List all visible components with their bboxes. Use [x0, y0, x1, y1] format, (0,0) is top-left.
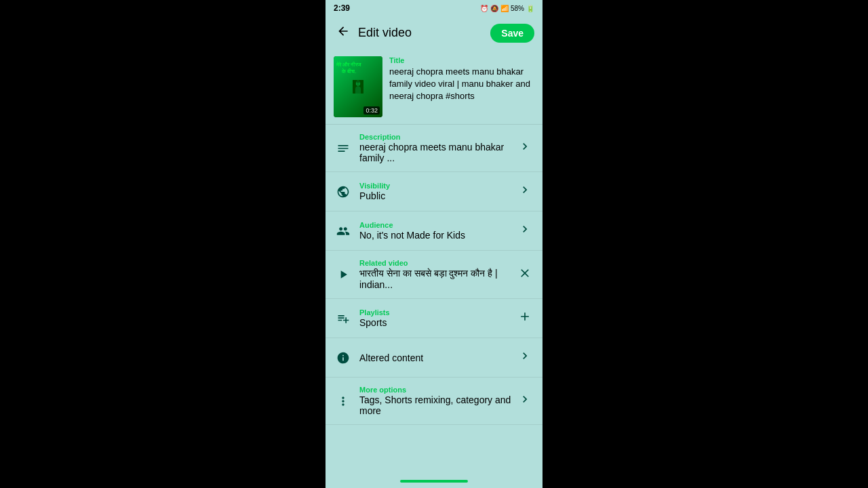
settings-list: Description neeraj chopra meets manu bha…: [326, 125, 542, 474]
info-icon: [334, 348, 353, 367]
battery-icon: 🔋: [526, 5, 534, 12]
back-icon: [336, 24, 350, 38]
audience-item[interactable]: Audience No, it's not Made for Kids: [326, 211, 542, 251]
playlists-value: Sports: [359, 317, 515, 328]
visibility-icon: [334, 182, 353, 201]
thumbnail-text: मेरे और नीरजके बीच.: [336, 62, 361, 75]
status-time: 2:39: [334, 3, 350, 13]
phone-container: 2:39 ⏰ 🔕 📶 58% 🔋 Edit video Save: [326, 0, 542, 488]
related-video-content: Related video भारतीय सेना का सबसे बड़ा द…: [359, 259, 515, 290]
description-icon: [334, 139, 353, 158]
video-info: Title neeraj chopra meets manu bhakar fa…: [389, 56, 534, 103]
video-title-label: Title: [389, 56, 534, 64]
related-video-item[interactable]: Related video भारतीय सेना का सबसे बड़ा द…: [326, 251, 542, 299]
audience-chevron: [515, 220, 534, 242]
audience-icon: [334, 222, 353, 241]
visibility-value: Public: [359, 190, 515, 201]
playlists-content: Playlists Sports: [359, 308, 515, 328]
altered-content-chevron: [515, 346, 534, 369]
playlists-item[interactable]: Playlists Sports: [326, 299, 542, 338]
related-video-label: Related video: [359, 259, 515, 267]
description-chevron: [515, 137, 534, 159]
video-duration: 0:32: [363, 106, 380, 115]
related-video-value: भारतीय सेना का सबसे बड़ा दुश्मन कौन है |…: [359, 268, 515, 290]
visibility-label: Visibility: [359, 182, 515, 190]
audience-label: Audience: [359, 221, 515, 229]
more-options-value: Tags, Shorts remixing, category and more: [359, 394, 515, 416]
playlists-label: Playlists: [359, 308, 515, 317]
save-button[interactable]: Save: [490, 24, 534, 43]
header: Edit video Save: [326, 16, 542, 49]
playlists-add-button[interactable]: [515, 307, 534, 329]
alarm-icon: ⏰: [480, 5, 488, 12]
altered-content-content: Altered content: [359, 352, 515, 363]
screen-icon: 📶: [500, 5, 509, 12]
description-content: Description neeraj chopra meets manu bha…: [359, 133, 515, 163]
svg-point-3: [357, 82, 359, 85]
related-video-close[interactable]: [515, 264, 534, 286]
more-options-icon: [334, 392, 353, 411]
altered-content-item[interactable]: Altered content: [326, 338, 542, 378]
visibility-item[interactable]: Visibility Public: [326, 172, 542, 211]
altered-content-value: Altered content: [359, 352, 515, 363]
bottom-navigation-bar: [326, 474, 542, 488]
home-indicator: [400, 480, 468, 483]
play-icon: [334, 265, 353, 284]
visibility-content: Visibility Public: [359, 182, 515, 201]
video-title-text: neeraj chopra meets manu bhakar family v…: [389, 66, 534, 103]
video-preview: मेरे और नीरजके बीच. 0:32 Title neeraj ch…: [326, 49, 542, 125]
more-options-chevron: [515, 390, 534, 412]
status-bar: 2:39 ⏰ 🔕 📶 58% 🔋: [326, 0, 542, 16]
battery-text: 58%: [511, 5, 524, 12]
more-options-content: More options Tags, Shorts remixing, cate…: [359, 386, 515, 416]
description-item[interactable]: Description neeraj chopra meets manu bha…: [326, 125, 542, 172]
thumbnail-svg: [351, 80, 365, 94]
audience-value: No, it's not Made for Kids: [359, 230, 515, 241]
audience-content: Audience No, it's not Made for Kids: [359, 221, 515, 241]
video-thumbnail: मेरे और नीरजके बीच. 0:32: [334, 56, 382, 117]
status-icons: ⏰ 🔕 📶 58% 🔋: [480, 5, 534, 12]
visibility-chevron: [515, 180, 534, 203]
more-options-item[interactable]: More options Tags, Shorts remixing, cate…: [326, 378, 542, 425]
playlist-add-icon: [334, 309, 353, 328]
page-title: Edit video: [358, 26, 490, 40]
description-value: neeraj chopra meets manu bhakar family .…: [359, 142, 515, 163]
mute-icon: 🔕: [490, 5, 498, 12]
back-button[interactable]: [334, 22, 353, 44]
description-label: Description: [359, 133, 515, 141]
more-options-label: More options: [359, 386, 515, 394]
